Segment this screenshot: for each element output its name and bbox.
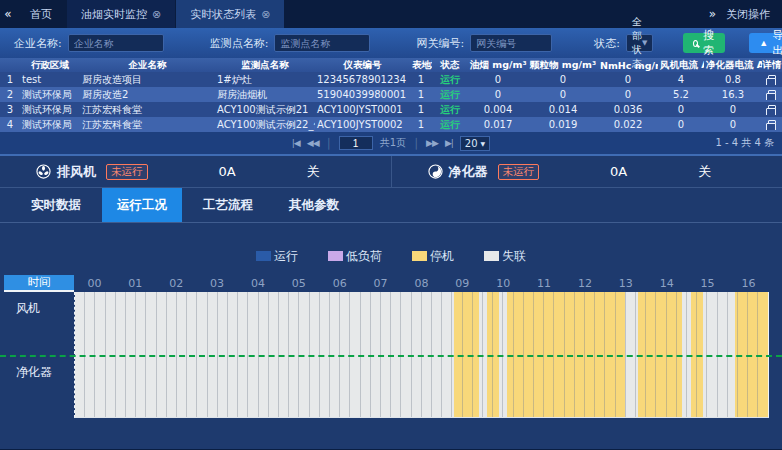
nav-tab-2[interactable]: 油烟实时监控⊗ bbox=[67, 0, 176, 28]
operating-timeline: 时间 0001020304050607080910111213141516 风机… bbox=[0, 275, 782, 418]
legend-label: 停机 bbox=[430, 248, 454, 265]
table-row[interactable]: 4测试环保局江苏宏科食堂ACY100测试示例22_传感器原始值ACY100JYS… bbox=[0, 117, 782, 132]
timeline-segment bbox=[682, 292, 690, 356]
table-cell: 江苏宏科食堂 bbox=[80, 103, 215, 117]
column-header: NmHc mg/m³ bbox=[598, 60, 658, 71]
search-button[interactable]: 搜索 bbox=[683, 33, 725, 53]
table-row[interactable]: 3测试环保局江苏宏科食堂ACY100测试示例21ACY100JYST00011运… bbox=[0, 102, 782, 117]
hour-tick-label: 14 bbox=[646, 277, 687, 290]
topnav-tabs: 首页油烟实时监控⊗实时状态列表⊗ bbox=[16, 0, 285, 28]
status-select[interactable]: 全部状态 ▼ bbox=[626, 34, 653, 52]
table-cell: 1 bbox=[410, 104, 432, 115]
expand-arrows-icon[interactable]: » bbox=[709, 7, 716, 21]
timeline-segment bbox=[638, 356, 683, 417]
table-row[interactable]: 1test厨房改造项目1#炉灶123456789012341运行00040.8 bbox=[0, 72, 782, 87]
table-cell: 1 bbox=[410, 74, 432, 85]
table-cell: 江苏宏科食堂 bbox=[80, 118, 215, 132]
table-cell: 0.022 bbox=[598, 119, 658, 130]
table-cell: 16.3 bbox=[704, 89, 762, 100]
enterprise-name-input[interactable] bbox=[68, 34, 164, 52]
table-cell: 0 bbox=[658, 104, 704, 115]
table-cell: 0 bbox=[528, 89, 598, 100]
table-cell: 12345678901234 bbox=[315, 74, 410, 85]
nav-tab-label: 油烟实时监控 bbox=[81, 7, 147, 22]
detail-cell bbox=[762, 90, 782, 100]
legend-label: 失联 bbox=[502, 248, 526, 265]
hour-tick-label: 10 bbox=[483, 277, 524, 290]
detail-icon[interactable] bbox=[768, 120, 776, 130]
timeline-segment bbox=[735, 292, 768, 356]
hour-tick-label: 13 bbox=[605, 277, 646, 290]
device-name: 净化器 bbox=[449, 163, 488, 181]
hour-tick-label: 03 bbox=[197, 277, 238, 290]
close-operations-button[interactable]: 关闭操作 bbox=[726, 7, 770, 22]
table-row[interactable]: 2测试环保局厨房改造2厨房油烟机519040399800011运行0005.21… bbox=[0, 87, 782, 102]
filter-bar: 企业名称: 监测点名称: 网关编号: 状态: 全部状态 ▼ 搜索 ▲ 导出 bbox=[0, 28, 782, 58]
device-status-badge: 未运行 bbox=[498, 164, 540, 180]
time-column-header[interactable]: 时间 bbox=[4, 275, 74, 292]
device-switch-state: 关 bbox=[307, 163, 320, 181]
legend-label: 运行 bbox=[274, 248, 298, 265]
hour-tick-label: 12 bbox=[565, 277, 606, 290]
timeline-segment bbox=[479, 356, 487, 417]
timeline-segment bbox=[507, 356, 625, 417]
table-cell: 3 bbox=[0, 104, 20, 115]
legend-item: 低负荷 bbox=[328, 248, 382, 265]
timeline-segment bbox=[499, 356, 507, 417]
search-icon bbox=[693, 40, 698, 47]
pagination-bar: |◀ ◀◀ │ 共1页 │ ▶▶ ▶| 20 ▼ 1 - 4 共 4 条 bbox=[0, 132, 782, 154]
monitor-point-input[interactable] bbox=[274, 34, 370, 52]
nav-tab-label: 实时状态列表 bbox=[190, 7, 256, 22]
last-page-icon[interactable]: ▶| bbox=[445, 138, 453, 148]
page-number-input[interactable] bbox=[339, 136, 373, 150]
nav-tab-1[interactable]: 首页 bbox=[16, 0, 67, 28]
tab-工艺流程[interactable]: 工艺流程 bbox=[188, 188, 268, 222]
tab-其他参数[interactable]: 其他参数 bbox=[274, 188, 354, 222]
tab-运行工况[interactable]: 运行工况 bbox=[102, 188, 182, 222]
device-switch-state: 关 bbox=[698, 163, 711, 181]
table-cell: 0 bbox=[468, 89, 528, 100]
device-card-2: 净化器未运行0A关 bbox=[391, 156, 782, 187]
detail-icon[interactable] bbox=[768, 105, 776, 115]
first-page-icon[interactable]: |◀ bbox=[292, 138, 300, 148]
nav-tab-3[interactable]: 实时状态列表⊗ bbox=[176, 0, 285, 28]
hour-tick-label: 16 bbox=[728, 277, 769, 290]
table-cell: ACY100测试示例22_传感器原始值 bbox=[215, 118, 315, 132]
legend-swatch bbox=[484, 251, 499, 261]
timeline-lane bbox=[75, 356, 768, 417]
table-cell: 1#炉灶 bbox=[215, 73, 315, 87]
monitor-point-label: 监测点名称: bbox=[210, 36, 269, 51]
table-cell: 0 bbox=[598, 89, 658, 100]
table-cell: 0 bbox=[598, 74, 658, 85]
timeline-segment bbox=[454, 356, 478, 417]
row-range-label: 1 - 4 共 4 条 bbox=[715, 136, 774, 150]
timeline-segment bbox=[499, 292, 507, 356]
timeline-segment bbox=[75, 292, 454, 356]
next-page-icon[interactable]: ▶▶ bbox=[426, 138, 438, 148]
lane-label: 风机 bbox=[0, 292, 74, 356]
prev-page-icon[interactable]: ◀◀ bbox=[307, 138, 319, 148]
lane-label: 净化器 bbox=[0, 356, 74, 417]
export-button[interactable]: ▲ 导出 bbox=[749, 33, 782, 53]
hour-tick-label: 08 bbox=[401, 277, 442, 290]
timeline-lane bbox=[75, 292, 768, 356]
enterprise-name-label: 企业名称: bbox=[14, 36, 62, 51]
detail-icon[interactable] bbox=[768, 75, 776, 85]
timeline-segment bbox=[703, 292, 736, 356]
table-cell: 0 bbox=[528, 74, 598, 85]
close-tab-icon[interactable]: ⊗ bbox=[152, 8, 161, 21]
timeline-segment bbox=[691, 356, 703, 417]
chevron-down-icon: ▼ bbox=[481, 140, 486, 147]
gateway-no-input[interactable] bbox=[470, 34, 552, 52]
close-tab-icon[interactable]: ⊗ bbox=[261, 8, 270, 21]
table-cell: test bbox=[20, 74, 80, 85]
table-cell: 51904039980001 bbox=[315, 89, 410, 100]
table-cell: 5.2 bbox=[658, 89, 704, 100]
status-table: 行政区域企业名称监测点名称仪表编号表地址状态油烟 mg/m³颗粒物 mg/m³N… bbox=[0, 58, 782, 132]
timeline-segment bbox=[454, 292, 478, 356]
page-size-select[interactable]: 20 ▼ bbox=[460, 136, 490, 151]
tab-实时数据[interactable]: 实时数据 bbox=[16, 188, 96, 222]
detail-icon[interactable] bbox=[768, 90, 776, 100]
collapse-icon[interactable]: « bbox=[0, 7, 16, 21]
timeline-legend: 运行低负荷停机失联 bbox=[0, 247, 782, 265]
